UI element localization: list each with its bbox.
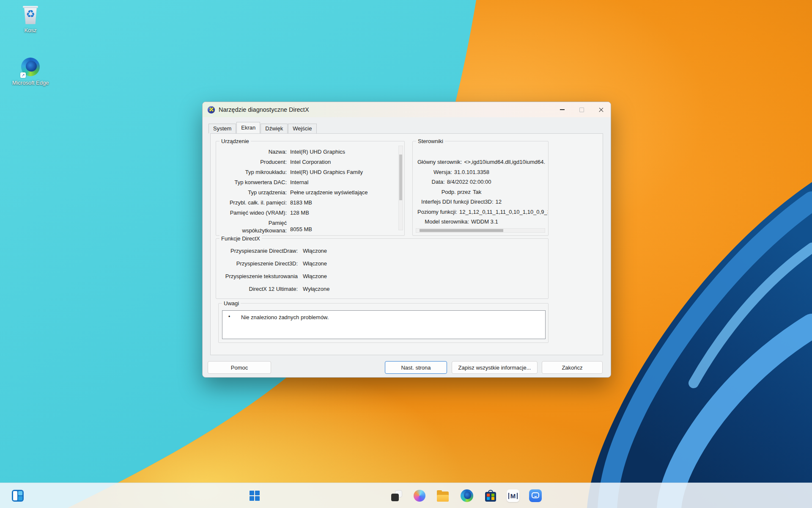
directx-window-icon: [208, 106, 215, 113]
feature-row: Przyspieszenie teksturowaniaWłączone: [217, 272, 548, 285]
tab-dzwiek[interactable]: Dźwięk: [261, 124, 288, 133]
shortcut-arrow-icon: ↗: [20, 72, 26, 78]
edge-icon: ↗: [20, 58, 41, 78]
file-explorer-button[interactable]: [436, 489, 450, 502]
features-group: Funkcje DirectX Przyspieszanie DirectDra…: [216, 238, 549, 299]
desktop-icon-microsoft-edge[interactable]: ↗ Microsoft Edge: [10, 58, 51, 86]
file-explorer-icon: [437, 491, 449, 502]
tab-wejscie[interactable]: Wejście: [288, 124, 316, 133]
device-row: Producent:Intel Corporation: [217, 157, 404, 167]
copilot-icon: [414, 490, 425, 502]
device-row: Typ urządzenia:Pełne urządzenie wyświetl…: [217, 188, 404, 198]
m-app-icon: M: [507, 489, 519, 502]
chat-app-icon: [529, 489, 542, 502]
exit-button[interactable]: Zakończ: [542, 361, 603, 374]
note-item: • Nie znaleziono żadnych problemów.: [222, 311, 545, 320]
tab-strip: System Ekran Dźwięk Wejście: [208, 122, 317, 133]
driver-row: Model sterownika:WDDM 3.1: [413, 217, 529, 227]
copilot-button[interactable]: [413, 489, 426, 502]
dxdiag-window: Narzędzie diagnostyczne DirectX System E…: [202, 102, 611, 378]
notes-group-title: Uwagi: [222, 300, 241, 306]
edge-icon: [461, 489, 473, 502]
window-titlebar[interactable]: Narzędzie diagnostyczne DirectX: [203, 102, 611, 117]
m-app-button[interactable]: M: [506, 489, 520, 502]
device-row: Przybl. całk. il. pamięci:8183 MB: [217, 198, 404, 208]
device-vertical-scrollbar[interactable]: [398, 146, 403, 230]
tab-page-ekran: Urządzenie Nazwa:Intel(R) UHD Graphics P…: [210, 133, 603, 355]
drivers-horizontal-scrollbar[interactable]: [416, 228, 545, 233]
maximize-icon: [579, 108, 584, 112]
feature-row: Przyspieszanie DirectDraw:Włączone: [217, 247, 548, 260]
taskbar: Wyszukaj M: [0, 483, 812, 508]
edge-button[interactable]: [460, 489, 474, 502]
help-button[interactable]: Pomoc: [208, 361, 271, 374]
desktop-icon-label: Microsoft Edge: [10, 80, 51, 86]
desktop-icon-recycle-bin[interactable]: ♻ Kosz: [10, 5, 51, 33]
close-button[interactable]: [591, 102, 611, 117]
maximize-button: [572, 102, 591, 117]
close-icon: [598, 107, 604, 113]
driver-row: Poziomy funkcji:12_1,12_0,11_1,11_0,10_1…: [413, 207, 529, 217]
device-group: Urządzenie Nazwa:Intel(R) UHD Graphics P…: [216, 141, 405, 236]
notes-group: Uwagi • Nie znaleziono żadnych problemów…: [218, 303, 549, 343]
minimize-button[interactable]: [552, 102, 572, 117]
task-view-button[interactable]: [390, 489, 403, 502]
tab-system[interactable]: System: [208, 124, 236, 133]
window-title: Narzędzie diagnostyczne DirectX: [219, 106, 309, 113]
driver-row: Główny sterownik:<>,igd10iumd64.dll,igd1…: [413, 157, 529, 167]
device-row: Nazwa:Intel(R) UHD Graphics: [217, 147, 404, 157]
feature-row: Przyspieszenie Direct3D:Włączone: [217, 260, 548, 272]
widgets-button[interactable]: [11, 489, 25, 502]
scrollbar-thumb[interactable]: [399, 155, 402, 200]
driver-row: Podp. przezTak: [413, 187, 529, 197]
start-button[interactable]: [248, 489, 261, 502]
driver-row: Wersja:31.0.101.3358: [413, 167, 529, 177]
desktop-icon-label: Kosz: [10, 27, 51, 33]
device-row: Typ konwertera DAC:Internal: [217, 177, 404, 188]
tab-ekran[interactable]: Ekran: [236, 122, 260, 133]
scrollbar-thumb[interactable]: [420, 229, 503, 232]
notes-listbox[interactable]: • Nie znaleziono żadnych problemów.: [222, 310, 546, 339]
feature-row: DirectX 12 Ultimate:Wyłączone: [217, 285, 548, 298]
task-view-icon: [391, 490, 402, 501]
driver-row: Interfejs DDI funkcji Direct3D:12: [413, 197, 529, 207]
microsoft-store-icon: [485, 492, 496, 502]
driver-row: Data:8/4/2022 02:00:00: [413, 177, 529, 187]
recycle-bin-icon: ♻: [20, 5, 41, 25]
device-row: Pamięć wideo (VRAM):128 MB: [217, 208, 404, 218]
next-page-button[interactable]: Nast. strona: [385, 361, 447, 374]
widgets-icon: [12, 490, 24, 502]
save-all-information-button[interactable]: Zapisz wszystkie informacje...: [452, 361, 538, 374]
minimize-icon: [560, 109, 565, 110]
desktop: ♻ Kosz ↗ Microsoft Edge Narzędzie diagno…: [0, 0, 812, 508]
chat-app-button[interactable]: [529, 489, 542, 502]
microsoft-store-button[interactable]: [484, 489, 497, 502]
device-row: Typ mikroukładu:Intel(R) UHD Graphics Fa…: [217, 167, 404, 177]
drivers-group: Sterowniki Główny sterownik:<>,igd10iumd…: [412, 141, 549, 236]
windows-start-icon: [250, 491, 260, 501]
device-row: Pamięć współużytkowana:8055 MB: [217, 218, 404, 235]
